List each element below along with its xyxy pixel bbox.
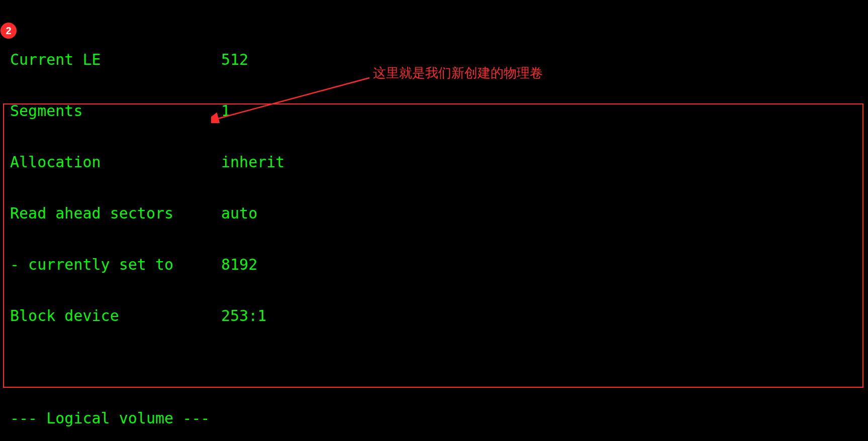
logical-volume-header: --- Logical volume --- [10, 410, 566, 427]
lv-prev-allocation: Allocationinherit [10, 154, 566, 171]
lv-prev-curr-set: - currently set to8192 [10, 256, 566, 273]
lv-prev-block-dev: Block device253:1 [10, 307, 566, 324]
annotation-text: 这里就是我们新创建的物理卷 [373, 64, 543, 82]
lv-prev-segments: Segments1 [10, 102, 566, 120]
blank-line [10, 359, 566, 376]
lv-prev-read-ahead: Read ahead sectorsauto [10, 205, 566, 222]
